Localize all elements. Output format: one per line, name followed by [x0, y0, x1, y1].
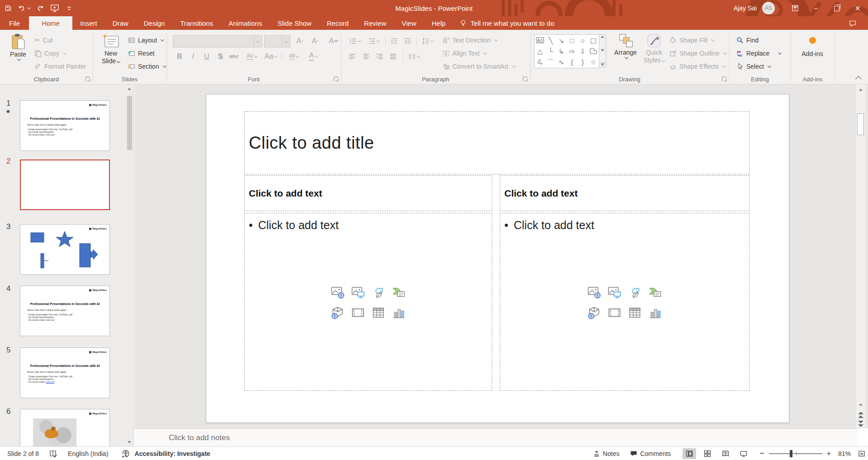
tab-slideshow[interactable]: Slide Show [270, 16, 319, 30]
tab-help[interactable]: Help [424, 16, 453, 30]
slide-sorter-view-button[interactable] [701, 448, 714, 459]
tab-transitions[interactable]: Transitions [172, 16, 221, 30]
align-center-button[interactable] [360, 51, 372, 62]
zoom-out-button[interactable]: − [759, 449, 764, 458]
scroll-down-icon[interactable] [856, 401, 865, 409]
minimize-button[interactable]: − [806, 0, 826, 16]
spellcheck-icon[interactable] [49, 449, 58, 458]
title-placeholder[interactable]: Click to add title [244, 111, 749, 174]
align-right-button[interactable] [374, 51, 385, 62]
user-name[interactable]: Ajay Sai [734, 5, 757, 12]
text-shadow-button[interactable]: S [214, 51, 226, 62]
paragraph-dialog-launcher[interactable] [523, 77, 527, 81]
underline-button[interactable]: U [201, 51, 213, 62]
character-spacing-button[interactable]: AV [244, 51, 260, 62]
shape-triangle-icon[interactable]: △ [537, 48, 543, 55]
tab-home[interactable]: Home [29, 16, 72, 30]
shape-fill-button[interactable]: Shape Fill [669, 35, 714, 45]
tell-me-box[interactable]: Tell me what you want to do [460, 16, 554, 30]
stock-image-icon[interactable] [588, 286, 601, 299]
close-button[interactable]: × [847, 0, 868, 16]
insert-table-icon[interactable] [372, 306, 385, 319]
tab-design[interactable]: Design [136, 16, 173, 30]
redo-icon[interactable] [37, 5, 44, 12]
smartart-graphic-icon[interactable] [649, 286, 662, 299]
shape-right-arrow-icon[interactable]: ⇨ [569, 48, 575, 55]
tab-file[interactable]: File [0, 16, 29, 30]
slide-canvas[interactable]: Click to add title Click to add text Cli… [206, 94, 789, 423]
smartart-graphic-icon[interactable] [392, 286, 406, 299]
comments-toggle[interactable]: Comments [630, 450, 671, 457]
format-painter-button[interactable]: Format Painter [34, 61, 86, 71]
notes-placeholder[interactable]: Click to add notes [169, 433, 230, 442]
normal-view-button[interactable] [683, 448, 696, 459]
increase-indent-button[interactable] [402, 35, 413, 47]
zoom-slider-thumb[interactable] [790, 450, 792, 457]
shape-elbow-connector-icon[interactable]: └ [548, 48, 553, 55]
right-caption-placeholder[interactable]: Click to add text [500, 175, 749, 211]
shape-left-brace-icon[interactable]: { [571, 59, 573, 66]
thumbnail-scrollbar[interactable] [127, 86, 133, 445]
align-left-button[interactable] [346, 51, 358, 62]
gallery-up-icon[interactable] [601, 36, 604, 38]
columns-button[interactable] [405, 51, 422, 62]
save-icon[interactable] [5, 5, 12, 12]
copy-button[interactable]: Copy [34, 48, 66, 58]
addins-button[interactable]: Add-ins [799, 34, 826, 58]
slide-indicator[interactable]: Slide 2 of 8 [7, 450, 39, 457]
shape-down-arrow-icon[interactable]: ⇩ [580, 48, 586, 55]
insert-video-icon[interactable] [608, 306, 621, 319]
slideshow-view-button[interactable] [737, 448, 750, 459]
italic-button[interactable]: I [187, 51, 199, 62]
arrange-button[interactable]: Arrange [612, 33, 640, 59]
find-button[interactable]: Find [736, 35, 759, 45]
highlight-color-button[interactable]: ab [285, 51, 303, 62]
customize-quick-access-icon[interactable] [66, 5, 73, 12]
clipboard-dialog-launcher[interactable] [85, 77, 90, 81]
insert-icons-icon[interactable] [372, 286, 385, 299]
scrollbar-thumb[interactable] [857, 113, 864, 135]
insert-video-icon[interactable] [351, 306, 365, 319]
insert-icons-icon[interactable] [628, 286, 642, 299]
gallery-more-icon[interactable] [601, 63, 605, 66]
shape-rectangle-icon[interactable]: □ [570, 37, 574, 44]
numbering-button[interactable] [365, 35, 382, 47]
notes-pane[interactable]: Click to add notes [134, 428, 858, 446]
stock-image-icon[interactable] [331, 286, 345, 299]
undo-icon[interactable] [18, 5, 30, 12]
shape-outline-button[interactable]: Shape Outline [669, 48, 726, 58]
shape-line-icon[interactable]: ╲ [549, 37, 553, 44]
line-spacing-button[interactable] [419, 35, 436, 47]
paste-button[interactable]: Paste [6, 33, 30, 61]
scroll-up-icon[interactable] [856, 85, 865, 94]
insert-chart-icon[interactable] [649, 306, 662, 319]
tab-insert[interactable]: Insert [72, 16, 105, 30]
reading-view-button[interactable] [719, 448, 732, 459]
shape-textbox-icon[interactable]: A [536, 37, 544, 43]
shape-right-brace-icon[interactable]: } [582, 59, 584, 66]
new-slide-button[interactable]: New Slide [98, 33, 123, 65]
pictures-icon[interactable] [351, 286, 365, 299]
zoom-level[interactable]: 81% [838, 450, 851, 457]
avatar[interactable]: AS [762, 2, 775, 14]
section-button[interactable]: Section [128, 61, 166, 71]
language-indicator[interactable]: English (India) [68, 450, 109, 457]
reset-button[interactable]: Reset [128, 48, 155, 58]
shape-arc-icon[interactable]: ⌒ [547, 59, 554, 66]
change-case-button[interactable]: Aa [263, 51, 279, 62]
shape-effects-button[interactable]: Shape Effects [669, 61, 726, 71]
font-name-combobox[interactable] [173, 35, 262, 47]
left-caption-placeholder[interactable]: Click to add text [244, 175, 492, 211]
3d-models-icon[interactable] [331, 306, 345, 319]
decrease-indent-button[interactable] [388, 35, 400, 47]
slide-thumbnail-4[interactable]: MagicSlides Professional Presentations i… [20, 286, 110, 336]
insert-table-icon[interactable] [628, 306, 642, 319]
font-dialog-launcher[interactable] [334, 77, 338, 81]
clear-formatting-button[interactable]: A [327, 35, 339, 47]
zoom-slider[interactable] [769, 453, 822, 454]
drawing-dialog-launcher[interactable] [722, 77, 726, 81]
left-content-placeholder[interactable]: •Click to add text [244, 213, 492, 391]
collapse-ribbon-icon[interactable] [855, 76, 862, 82]
vertical-scrollbar[interactable] [856, 84, 865, 428]
replace-button[interactable]: abac Replace [736, 48, 781, 58]
